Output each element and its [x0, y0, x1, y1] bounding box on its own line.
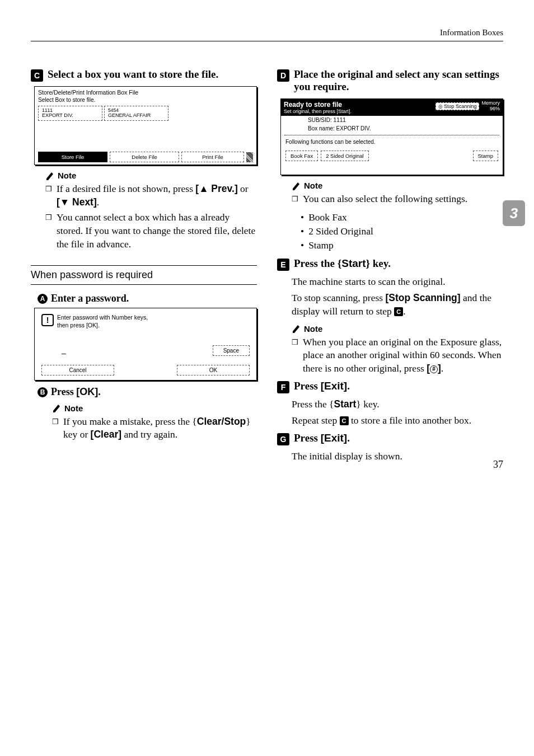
note-label: Note: [304, 181, 322, 190]
step6-body2: Repeat step C to store a file into anoth…: [292, 414, 503, 428]
ss3-2sided-button[interactable]: 2 Sided Original: [321, 151, 369, 161]
step-ref-3-icon: C: [340, 416, 349, 425]
page-number: 37: [493, 459, 503, 471]
ss2-ok-button[interactable]: OK: [177, 365, 250, 375]
step7-b: .: [347, 432, 350, 444]
ss3-info2: Box name: EXPORT DIV.: [281, 124, 503, 133]
note-item: If you make a mistake, press the {Clear/…: [52, 415, 257, 442]
ss3-title: Ready to store file: [284, 101, 352, 109]
note-heading: Note: [45, 171, 257, 180]
step-number-icon: G: [277, 433, 289, 445]
note-heading: Note: [292, 181, 503, 190]
exclamation-icon: !: [41, 314, 54, 326]
ss1-store-file-button[interactable]: Store File: [38, 152, 107, 162]
start-key: Start: [341, 257, 366, 269]
step7-a: Press: [294, 432, 321, 444]
list-item: Book Fax: [301, 210, 503, 224]
ss1-box-2-name: GENERAL AFFAIR: [108, 113, 165, 119]
ss2-space-button[interactable]: Space: [213, 345, 250, 356]
stop-scanning-key: [Stop Scanning]: [385, 292, 460, 303]
substep-number-icon: A: [38, 294, 48, 304]
step-6: F Press [Exit].: [277, 380, 503, 392]
step5-b: key.: [370, 257, 391, 269]
screenshot-store-box-list: Store/Delete/Print Information Box File …: [34, 86, 257, 165]
step6-b: .: [347, 380, 350, 392]
note-list-1: If a desired file is not shown, press [▲…: [45, 182, 257, 251]
stop-icon: ◎: [438, 104, 443, 109]
step6-body1: Press the {Start} key.: [292, 398, 503, 411]
content-columns: C Select a box you want to store the fil…: [31, 64, 503, 466]
step-number-icon: F: [277, 381, 289, 393]
step-number-icon: E: [277, 259, 289, 271]
next-key: [▼ Next]: [57, 196, 97, 208]
ok-key: [OK]: [76, 386, 98, 397]
step7-body: The initial display is shown.: [292, 450, 503, 463]
ss2-msg1: Enter password with Number keys,: [57, 314, 148, 322]
ss2-cancel-button[interactable]: Cancel: [41, 365, 114, 375]
ss3-sub: Set original, then press [Start].: [284, 109, 352, 114]
note2-a: If you make a mistake, press the: [63, 416, 192, 427]
ss1-box-2[interactable]: 5454 GENERAL AFFAIR: [104, 106, 168, 121]
step5-body2: To stop scanning, press [Stop Scanning] …: [292, 292, 503, 318]
ss2-entry-field[interactable]: _: [62, 345, 66, 355]
step-3: C Select a box you want to store the fil…: [31, 68, 257, 81]
ss3-divider: [284, 135, 499, 135]
step5-body1: The machine starts to scan the original.: [292, 275, 503, 289]
subheading-password: When password is required: [31, 265, 257, 285]
note-item: When you place an original on the Exposu…: [292, 336, 503, 375]
ss3-book-fax-button[interactable]: Book Fax: [285, 151, 318, 161]
step-4-text: Place the original and select any scan s…: [294, 68, 503, 93]
clear-stop-key: Clear/Stop: [197, 416, 246, 427]
step-number-icon: D: [277, 69, 289, 82]
pencil-icon: [52, 403, 62, 412]
note1-or: or: [238, 183, 249, 194]
clear-key: [Clear]: [91, 429, 121, 440]
note1-item2-text: You cannot select a box which has a alre…: [57, 211, 257, 251]
exit-key: [Exit]: [321, 432, 348, 444]
step6-a: Press: [294, 380, 321, 392]
ss1-box-1[interactable]: 1111 EXPORT DIV.: [38, 106, 102, 121]
step6-body1-b: key.: [361, 398, 380, 410]
note-label: Note: [64, 403, 83, 413]
step-7: G Press [Exit].: [277, 432, 503, 444]
ss1-print-file-button[interactable]: Print File: [181, 152, 244, 162]
note4-a: When you place an original on the Exposu…: [303, 336, 502, 374]
note4-b: .: [441, 363, 443, 374]
note-heading: Note: [52, 403, 257, 413]
step6-body2-b: to store a file into another box.: [349, 415, 472, 426]
prev-key: [▲ Prev.]: [195, 183, 237, 194]
note2-c: and try again.: [121, 429, 177, 440]
ss1-delete-file-button[interactable]: Delete File: [110, 152, 179, 162]
step5-a: Press the: [294, 257, 338, 269]
header-rule: [31, 41, 503, 41]
pencil-icon: [292, 324, 302, 333]
left-column: C Select a box you want to store the fil…: [31, 64, 257, 466]
substep-2: B Press [OK].: [38, 386, 257, 398]
ss2-msg2: then press [OK].: [57, 322, 148, 330]
note-list-4: When you place an original on the Exposu…: [292, 336, 503, 375]
step-3-text: Select a box you want to store the file.: [48, 68, 257, 81]
list-item: 2 Sided Original: [301, 224, 503, 238]
ss3-info1: SUB/SID: 1111: [281, 116, 503, 124]
note-label: Note: [58, 171, 76, 180]
pencil-icon: [45, 171, 55, 180]
ss1-scroll-icon[interactable]: [246, 152, 253, 162]
ss3-stop-scanning-button[interactable]: ◎ Stop Scanning: [435, 102, 480, 110]
step-4: D Place the original and select any scan…: [277, 68, 503, 93]
pencil-icon: [292, 181, 302, 190]
step-5: E Press the {Start} key.: [277, 257, 503, 270]
start-key: Start: [334, 398, 356, 410]
pound-icon: #: [430, 365, 438, 373]
substep-1: A Enter a password.: [38, 293, 257, 304]
note-heading: Note: [292, 324, 503, 334]
exit-key: [Exit]: [321, 380, 348, 392]
substep-number-icon: B: [38, 387, 48, 397]
note-item: If a desired file is not shown, press [▲…: [45, 182, 257, 209]
sub2-a: Press: [51, 386, 76, 397]
ss3-memory-value: 96%: [481, 106, 500, 112]
screenshot-enter-password: ! Enter password with Number keys, then …: [34, 308, 257, 380]
step5-body2-c: .: [403, 306, 405, 317]
sub2-c: .: [98, 386, 101, 397]
note-list-2: If you make a mistake, press the {Clear/…: [52, 415, 257, 442]
ss3-stamp-button[interactable]: Stamp: [473, 151, 498, 161]
